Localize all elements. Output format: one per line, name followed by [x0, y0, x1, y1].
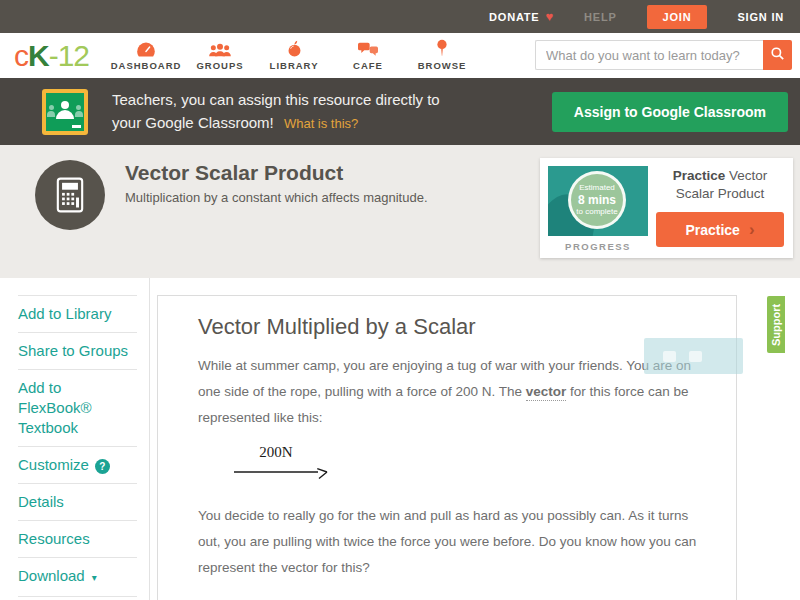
nav-items: DASHBOARD GROUPS LIBRARY CAFE BROWSE [109, 40, 479, 71]
vector-term-link[interactable]: vector [526, 384, 567, 401]
search-icon [770, 46, 785, 64]
practice-title-bold: Practice [673, 168, 726, 183]
sidebar: Add to Library Share to Groups Add to Fl… [0, 278, 150, 600]
google-classroom-icon-inner [46, 93, 84, 131]
banner-message-line2: your Google Classroom! [112, 114, 274, 131]
logo-k: K [28, 39, 49, 72]
top-utility-bar: DONATE ♥ HELP JOIN SIGN IN [0, 0, 800, 33]
logo-c: c [14, 39, 28, 72]
tweet-icon[interactable] [663, 351, 676, 362]
sidebar-item-download[interactable]: Download▾ [18, 558, 137, 597]
lesson-header: Vector Scalar Product Multiplication by … [0, 145, 800, 278]
sidebar-item-add-to-library[interactable]: Add to Library [18, 296, 137, 333]
ck12-logo[interactable]: cK-12 [14, 41, 89, 71]
banner-message: Teachers, you can assign this resource d… [112, 88, 440, 135]
practice-card: Estimated 8 mins to complete PROGRESS Pr… [540, 158, 793, 258]
article: Vector Multiplied by a Scalar While at s… [198, 314, 706, 600]
practice-button-label: Practice [685, 222, 739, 238]
join-button[interactable]: JOIN [647, 5, 708, 29]
estimate-minutes: 8 mins [571, 193, 623, 207]
nav-item-groups[interactable]: GROUPS [183, 40, 257, 71]
question-badge-icon[interactable]: ? [95, 459, 110, 474]
estimate-line1: Estimated [571, 183, 623, 193]
nav-label: BROWSE [418, 60, 467, 71]
note-icon[interactable] [689, 351, 702, 362]
progress-label: PROGRESS [548, 241, 648, 252]
chevron-right-icon: › [749, 221, 755, 238]
dashboard-icon [136, 40, 156, 57]
chevron-down-icon: ▾ [92, 572, 97, 583]
browse-icon [436, 40, 448, 57]
search-button[interactable] [763, 40, 792, 70]
support-tab-label: Support [770, 303, 782, 345]
practice-thumbnail[interactable]: Estimated 8 mins to complete [548, 166, 648, 236]
google-classroom-icon [42, 89, 88, 135]
vector-arrow-figure: 200N [214, 441, 706, 491]
article-heading: Vector Multiplied by a Scalar [198, 314, 706, 340]
sign-in-button[interactable]: SIGN IN [737, 11, 784, 23]
sidebar-item-details[interactable]: Details [18, 484, 137, 521]
nav-item-browse[interactable]: BROWSE [405, 40, 479, 71]
lesson-content-card: Vector Multiplied by a Scalar While at s… [157, 295, 737, 600]
practice-button[interactable]: Practice › [656, 212, 784, 247]
nav-item-dashboard[interactable]: DASHBOARD [109, 40, 183, 71]
search-input[interactable] [535, 40, 763, 70]
paragraph-1: While at summer camp, you are enjoying a… [198, 353, 706, 431]
search-bar [535, 40, 792, 70]
nav-item-cafe[interactable]: CAFE [331, 40, 405, 71]
groups-icon [208, 40, 232, 57]
text-selection-popup[interactable] [644, 338, 743, 374]
donate-link[interactable]: DONATE ♥ [489, 9, 554, 24]
cafe-icon [357, 40, 379, 57]
library-icon [286, 40, 303, 57]
page-subtitle: Multiplication by a constant which affec… [125, 190, 428, 205]
nav-label: DASHBOARD [111, 60, 182, 71]
sidebar-item-resources[interactable]: Resources [18, 521, 137, 558]
estimate-line3: to complete [571, 207, 623, 217]
calculator-icon [35, 160, 105, 230]
sidebar-item-share-to-groups[interactable]: Share to Groups [18, 333, 137, 370]
sidebar-item-add-to-flexbook[interactable]: Add to FlexBook® Textbook [18, 370, 137, 447]
paragraph-2: You decide to really go for the win and … [198, 503, 706, 581]
nav-label: CAFE [353, 60, 383, 71]
nav-label: GROUPS [196, 60, 243, 71]
sidebar-item-customize[interactable]: Customize? [18, 447, 137, 484]
heart-icon: ♥ [545, 9, 554, 24]
classroom-banner: Teachers, you can assign this resource d… [0, 78, 800, 145]
page-title: Vector Scalar Product [125, 161, 343, 185]
sidebar-item-label: Customize [18, 456, 89, 473]
estimated-time-badge: Estimated 8 mins to complete [568, 171, 626, 229]
practice-title: Practice Vector Scalar Product [654, 167, 786, 203]
figure-label: 200N [259, 444, 293, 460]
sidebar-item-label: Download [18, 567, 85, 584]
assign-to-classroom-button[interactable]: Assign to Google Classroom [552, 92, 788, 132]
nav-label: LIBRARY [270, 60, 319, 71]
donate-label: DONATE [489, 11, 539, 23]
main-navbar: cK-12 DASHBOARD GROUPS LIBRARY CAFE [0, 33, 800, 78]
support-tab[interactable]: Support [767, 296, 785, 353]
nav-item-library[interactable]: LIBRARY [257, 40, 331, 71]
logo-12: -12 [49, 39, 89, 72]
banner-message-line1: Teachers, you can assign this resource d… [112, 88, 440, 111]
help-link[interactable]: HELP [584, 11, 617, 23]
practice-info: Practice Vector Scalar Product Practice … [654, 167, 786, 247]
what-is-this-link[interactable]: What is this? [284, 116, 358, 131]
